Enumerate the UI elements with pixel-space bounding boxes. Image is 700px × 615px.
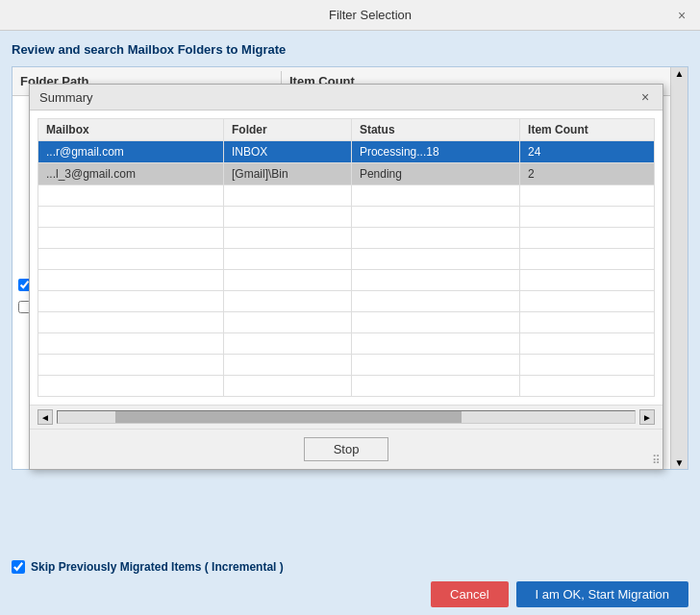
folder-cell: [Gmail]\Bin [224, 163, 352, 185]
col-folder: Folder [224, 119, 352, 141]
status-cell: Pending [351, 163, 519, 185]
empty-row [38, 376, 655, 397]
resize-corner[interactable]: ⠿ [652, 454, 661, 467]
skip-label: Skip Previously Migrated Items ( Increme… [31, 560, 284, 574]
bottom-area: Skip Previously Migrated Items ( Increme… [0, 553, 700, 615]
scroll-down-icon[interactable]: ▼ [675, 457, 685, 468]
empty-row [38, 270, 655, 291]
status-cell: Processing...18 [351, 141, 519, 163]
empty-row [38, 228, 655, 249]
title-bar: Filter Selection × [0, 0, 700, 31]
modal-title: Summary [39, 90, 93, 105]
folder-cell: INBOX [224, 141, 352, 163]
col-status: Status [351, 119, 519, 141]
modal-title-bar: Summary × [30, 85, 662, 111]
action-buttons: Cancel I am OK, Start Migration [12, 581, 688, 607]
start-migration-button[interactable]: I am OK, Start Migration [516, 581, 688, 607]
table-row: ...r@gmail.com INBOX Processing...18 24 [38, 141, 655, 163]
mailbox-cell: ...r@gmail.com [38, 141, 224, 163]
close-icon[interactable]: × [673, 7, 690, 24]
skip-checkbox[interactable] [12, 560, 25, 574]
empty-row [38, 333, 655, 355]
scroll-up-icon[interactable]: ▲ [675, 68, 685, 79]
empty-row [38, 185, 655, 207]
summary-modal: Summary × Mailbox Folder Status Item Cou… [29, 84, 663, 470]
main-content: Review and search Mailbox Folders to Mig… [0, 31, 700, 615]
empty-row [38, 249, 655, 270]
review-label: Review and search Mailbox Folders to Mig… [12, 42, 688, 57]
stop-button[interactable]: Stop [304, 437, 389, 461]
modal-scroll-row: ◄ ► [38, 409, 655, 425]
col-item-count: Item Count [520, 119, 655, 141]
empty-row [38, 291, 655, 312]
skip-row: Skip Previously Migrated Items ( Increme… [12, 560, 688, 574]
scroll-left-button[interactable]: ◄ [38, 409, 53, 425]
modal-stop-row: Stop [30, 429, 662, 469]
mailbox-cell: ...l_3@gmail.com [38, 163, 224, 185]
modal-scrollbar-container: ◄ ► [30, 405, 662, 429]
empty-row [38, 207, 655, 228]
scroll-right-button[interactable]: ► [639, 409, 655, 425]
modal-body: Mailbox Folder Status Item Count ...r@gm… [30, 111, 662, 405]
horizontal-scrollbar[interactable] [57, 410, 636, 424]
scrollbar-thumb [115, 411, 462, 423]
right-scrollbar[interactable]: ▲ ▼ [670, 67, 688, 469]
cancel-button[interactable]: Cancel [431, 581, 508, 607]
item-count-cell: 24 [520, 141, 655, 163]
empty-row [38, 355, 655, 376]
title-bar-title: Filter Selection [67, 8, 673, 22]
col-mailbox: Mailbox [38, 119, 224, 141]
summary-table: Mailbox Folder Status Item Count ...r@gm… [38, 118, 655, 397]
item-count-cell: 2 [520, 163, 655, 185]
table-row: ...l_3@gmail.com [Gmail]\Bin Pending 2 [38, 163, 655, 185]
empty-row [38, 312, 655, 333]
modal-close-icon[interactable]: × [638, 89, 653, 105]
